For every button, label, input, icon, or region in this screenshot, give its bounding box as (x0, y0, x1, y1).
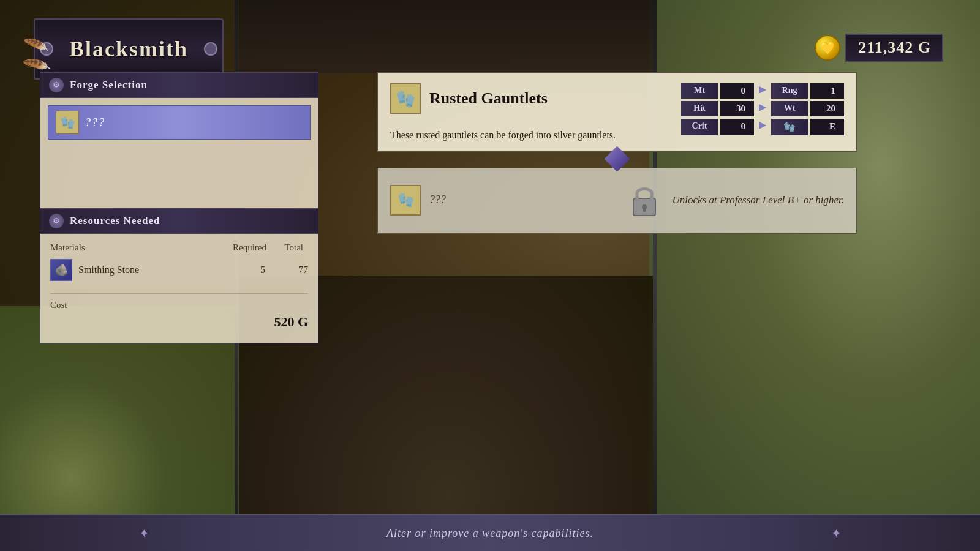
resources-header-text: Resources Needed (70, 215, 160, 227)
item-detail-top: 🧤 Rusted Gauntlets These rusted gauntlet… (377, 72, 858, 152)
resources-header-icon: ⚙ (49, 214, 64, 228)
stat-crit-value: 0 (720, 119, 754, 135)
total-col-label: Total (266, 242, 303, 253)
locked-item-section: 🧤 ??? Unlocks at Professor Level B+ or h… (377, 168, 858, 234)
forge-header-text: Forge Selection (70, 79, 148, 91)
smithing-stone-icon: 🪨 (50, 259, 72, 281)
cost-label: Cost (50, 300, 308, 310)
stat-mt-value: 0 (720, 83, 754, 99)
feather-icon: 🪶 (26, 37, 38, 80)
page-title: Blacksmith (69, 36, 188, 62)
resources-header: ⚙ Resources Needed (40, 208, 318, 233)
stat-wt-value: 20 (810, 101, 844, 116)
title-ornament-right (204, 42, 217, 56)
forge-empty-rows (48, 143, 311, 204)
stat-mt-label: Mt (681, 83, 718, 99)
stat-hit-label: Hit (681, 101, 718, 116)
forge-selection-body: 🧤 ??? (40, 97, 318, 212)
lock-icon (626, 179, 663, 222)
locked-item-name: ??? (429, 193, 446, 206)
right-star-icon: ✦ (831, 526, 842, 541)
forge-selection-header: ⚙ Forge Selection (40, 72, 318, 97)
bottom-ornament-right: ✦ (827, 524, 845, 542)
forge-selection-panel: ⚙ Forge Selection 🧤 ??? (40, 72, 318, 212)
resources-needed-panel: ⚙ Resources Needed Materials Required To… (40, 208, 318, 343)
forge-header-icon: ⚙ (49, 78, 64, 92)
locked-item-row: 🧤 ??? (390, 185, 446, 216)
item-detail-panel: 🧤 Rusted Gauntlets These rusted gauntlet… (377, 72, 858, 234)
item-description: These rusted gauntlets can be forged int… (390, 127, 669, 143)
required-col-label: Required (217, 242, 266, 253)
locked-item-icon: 🧤 (390, 185, 421, 216)
forge-item-name: ??? (85, 116, 105, 129)
bottom-bar: ✦ Alter or improve a weapon's capabiliti… (0, 514, 980, 551)
stat-type-label: 🧤 (771, 119, 808, 135)
stat-hit-value: 30 (720, 101, 754, 116)
cost-section: Cost 520 G (50, 293, 308, 330)
stat-rng-value: 1 (810, 83, 844, 99)
svg-rect-2 (643, 207, 646, 212)
padlock-icon (628, 181, 660, 219)
materials-col-label: Materials (50, 242, 217, 253)
gold-display: 💛 211,342 G (815, 34, 943, 62)
left-star-icon: ✦ (139, 526, 149, 541)
resources-body: Materials Required Total 🪨 Smithing Ston… (40, 233, 318, 343)
lock-text: Unlocks at Professor Level B+ or higher. (673, 194, 844, 206)
stat-wt-label: Wt (771, 101, 808, 116)
item-detail-name: Rusted Gauntlets (429, 89, 548, 108)
lock-requirement: Unlocks at Professor Level B+ or higher. (626, 179, 844, 222)
forge-selected-item[interactable]: 🧤 ??? (48, 105, 311, 140)
stat-arrow-2: ▶ (759, 101, 766, 116)
forge-item-icon: 🧤 (56, 111, 79, 134)
title-panel: Blacksmith (34, 18, 224, 80)
bg-top-center (239, 0, 655, 73)
gold-coin-icon: 💛 (815, 35, 840, 61)
stat-arrow-1: ▶ (759, 83, 766, 99)
stat-arrow-3: ▶ (759, 119, 766, 135)
item-detail-icon: 🧤 (390, 83, 421, 114)
bottom-ornament-left: ✦ (135, 524, 153, 542)
item-detail-header: 🧤 Rusted Gauntlets (390, 83, 669, 114)
smithing-stone-total: 77 (271, 264, 308, 276)
smithing-stone-name: Smithing Stone (78, 264, 210, 276)
stat-rng-label: Rng (771, 83, 808, 99)
bottom-bar-text: Alter or improve a weapon's capabilities… (386, 527, 594, 540)
stat-type-value: E (810, 119, 844, 135)
smithing-stone-required: 5 (216, 264, 265, 276)
resources-columns-header: Materials Required Total (50, 242, 308, 253)
material-row-smithing: 🪨 Smithing Stone 5 77 (50, 259, 308, 281)
gold-amount: 211,342 G (845, 34, 943, 62)
stat-crit-label: Crit (681, 119, 718, 135)
cost-value: 520 G (50, 314, 308, 330)
item-detail-header-row: 🧤 Rusted Gauntlets These rusted gauntlet… (390, 83, 844, 143)
